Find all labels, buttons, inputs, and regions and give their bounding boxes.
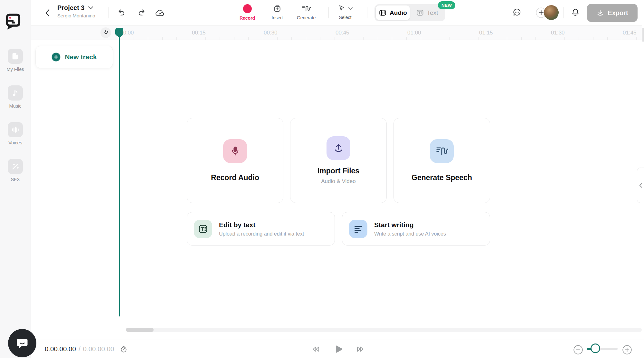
project-title-menu[interactable]: Project 3 Sergio Montanino: [57, 4, 95, 18]
back-button[interactable]: [44, 9, 51, 17]
microphone-icon: [223, 139, 247, 163]
ruler-tick: 01:15: [479, 30, 493, 36]
chat-smile-icon: [15, 336, 30, 351]
ruler-tick: 01:00: [407, 30, 421, 36]
sidebar-item-sfx[interactable]: SFX: [8, 159, 23, 182]
feedback-button[interactable]: [512, 8, 522, 17]
divider: [328, 7, 329, 18]
sidebar-item-my-files[interactable]: My Files: [7, 49, 24, 72]
magic-wand-icon: [8, 159, 23, 174]
ruler-tick: 00:45: [336, 30, 349, 36]
project-owner: Sergio Montanino: [57, 13, 95, 18]
rewind-icon: [311, 345, 321, 353]
bell-icon: [571, 8, 580, 17]
app-logo[interactable]: [5, 13, 21, 30]
export-button[interactable]: Export: [587, 4, 638, 22]
script-lines-icon: [349, 220, 367, 238]
top-bar: Project 3 Sergio Montanino Record Insert…: [0, 0, 644, 25]
divider: [564, 7, 564, 18]
generate-wave-icon: [301, 4, 311, 13]
music-note-icon: [8, 85, 23, 101]
cloud-check-icon: [155, 9, 165, 17]
plus-circle-icon: [52, 53, 61, 62]
audio-mode-icon: [379, 9, 387, 17]
play-button[interactable]: [334, 344, 343, 354]
upload-icon: [327, 136, 350, 160]
avatar[interactable]: [544, 5, 559, 20]
text-mode-icon: [416, 9, 424, 17]
snap-toggle-button[interactable]: [100, 27, 111, 38]
card-row: Edit by text Upload a recording and edit…: [187, 212, 490, 246]
edit-by-text-card[interactable]: Edit by text Upload a recording and edit…: [187, 212, 335, 246]
magnet-icon: [103, 30, 109, 36]
ruler-tick: 00:30: [264, 30, 278, 36]
minus-circle-icon: [573, 345, 583, 354]
fast-forward-icon: [355, 345, 365, 353]
notifications-button[interactable]: [571, 8, 580, 17]
sidebar-nav: My Files Music Voices SFX: [0, 49, 31, 182]
divider: [367, 7, 367, 18]
edit-text-icon: [194, 220, 212, 238]
generate-button[interactable]: Generate: [297, 4, 316, 20]
countdown-toggle-button[interactable]: [120, 345, 128, 353]
zoom-in-button[interactable]: [622, 345, 632, 354]
left-sidebar: My Files Music Voices SFX: [0, 0, 31, 358]
horizontal-scrollbar-thumb[interactable]: [126, 328, 154, 332]
plus-circle-icon: [622, 345, 632, 354]
select-button[interactable]: Select: [338, 4, 353, 20]
redo-button[interactable]: [137, 9, 146, 17]
mode-switch: Audio Text: [374, 4, 445, 21]
redo-icon: [137, 9, 146, 17]
record-button[interactable]: Record: [240, 4, 255, 21]
cursor-icon: [338, 4, 346, 13]
start-writing-card[interactable]: Start writing Write a script and use AI …: [342, 212, 490, 246]
support-chat-button[interactable]: [8, 329, 36, 357]
chevron-down-icon: [348, 7, 353, 10]
vertical-scrollbar[interactable]: [642, 28, 644, 42]
voice-waveform-icon: [8, 122, 23, 137]
tab-audio[interactable]: Audio: [376, 5, 410, 20]
panel-collapse-handle[interactable]: [637, 168, 644, 203]
record-dot-icon: [243, 4, 251, 13]
timecode: 0:00:00.00 / 0:00:00.00: [45, 345, 128, 353]
divider: [109, 7, 109, 18]
chat-bubble-icon: [512, 8, 522, 17]
app-frame: Project 3 Sergio Montanino Record Insert…: [0, 0, 644, 358]
new-track-button[interactable]: New track: [35, 46, 113, 68]
play-icon: [334, 344, 343, 354]
transport-bar: 0:00:00.00 / 0:00:00.00: [0, 340, 644, 358]
chevron-left-icon: [639, 183, 643, 188]
file-icon: [8, 49, 23, 64]
divider: [529, 7, 529, 18]
cloud-sync-button[interactable]: [155, 9, 165, 17]
insert-button[interactable]: Insert: [271, 4, 283, 20]
total-time: 0:00:00.00: [83, 345, 114, 353]
rewind-button[interactable]: [311, 345, 321, 353]
playhead-line: [119, 29, 120, 316]
horizontal-scrollbar-track[interactable]: [126, 328, 642, 332]
undo-icon: [117, 9, 126, 17]
insert-icon: [273, 4, 281, 13]
new-badge: NEW: [438, 1, 455, 9]
undo-button[interactable]: [117, 9, 126, 17]
empty-state: Record Audio Import Files Audio & Video …: [187, 118, 490, 246]
import-files-card[interactable]: Import Files Audio & Video: [290, 118, 387, 203]
chevron-left-icon: [44, 9, 51, 17]
chevron-down-icon: [88, 6, 93, 10]
download-icon: [596, 9, 604, 17]
generate-speech-card[interactable]: Generate Speech: [393, 118, 490, 203]
speech-wave-icon: [430, 139, 454, 163]
ruler-tick: 00:15: [192, 30, 206, 36]
zoom-slider-knob[interactable]: [591, 343, 600, 353]
card-row: Record Audio Import Files Audio & Video …: [187, 118, 490, 203]
playhead-marker[interactable]: [115, 28, 123, 36]
sidebar-item-voices[interactable]: Voices: [8, 122, 23, 145]
elapsed-time: 0:00:00.00: [45, 345, 76, 353]
sidebar-item-music[interactable]: Music: [8, 85, 23, 109]
record-audio-card[interactable]: Record Audio: [187, 118, 283, 203]
app-logo-icon: [5, 13, 21, 30]
project-title: Project 3: [57, 4, 84, 12]
ruler-tick: 01:45: [623, 30, 637, 36]
fast-forward-button[interactable]: [355, 345, 365, 353]
zoom-out-button[interactable]: [573, 345, 583, 354]
